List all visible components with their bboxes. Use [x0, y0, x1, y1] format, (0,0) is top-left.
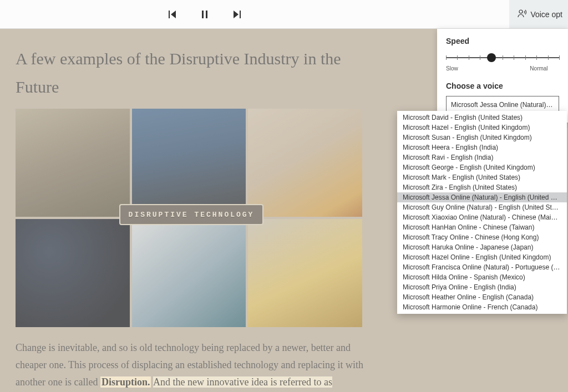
choose-voice-label: Choose a voice: [446, 82, 559, 90]
highlighted-word: Disruption.: [100, 376, 151, 388]
voice-option[interactable]: Microsoft Mark - English (United States): [397, 172, 567, 182]
article-paragraph: Change is inevitable, and so is old tech…: [16, 339, 368, 392]
article-image: [16, 219, 130, 327]
speed-slider-thumb[interactable]: [487, 53, 496, 62]
voice-dropdown[interactable]: Microsoft David - English (United States…: [397, 111, 567, 314]
voice-option[interactable]: Microsoft Guy Online (Natural) - English…: [397, 202, 567, 212]
svg-marker-1: [171, 11, 176, 18]
voice-option[interactable]: Microsoft George - English (United Kingd…: [397, 162, 567, 172]
voice-option[interactable]: Microsoft HanHan Online - Chinese (Taiwa…: [397, 222, 567, 232]
voice-option[interactable]: Microsoft Heera - English (India): [397, 142, 567, 152]
svg-rect-5: [240, 11, 241, 18]
article-image: [132, 109, 246, 217]
svg-rect-2: [202, 11, 204, 18]
voice-option[interactable]: Microsoft David - English (United States…: [397, 113, 567, 123]
reader-toolbar: Voice opt: [0, 0, 568, 29]
previous-button[interactable]: [166, 8, 179, 21]
article-image: [248, 109, 362, 217]
article-image-grid: DISRUPTIVE TECHNOLOGY: [16, 109, 362, 327]
svg-rect-3: [206, 11, 207, 18]
slider-min-label: Slow: [446, 65, 458, 72]
voice-option[interactable]: Microsoft Ravi - English (India): [397, 152, 567, 162]
article-image: [248, 219, 362, 327]
voice-option[interactable]: Microsoft Francisca Online (Natural) - P…: [397, 262, 567, 272]
voice-option[interactable]: Microsoft Zira - English (United States): [397, 182, 567, 192]
voice-options-panel: Speed Slow Normal Choose a voice Microso…: [437, 29, 568, 123]
voice-option[interactable]: Microsoft Priya Online - English (India): [397, 282, 567, 292]
voice-option[interactable]: Microsoft Harmonie Online - French (Cana…: [397, 302, 567, 312]
next-button[interactable]: [231, 8, 243, 21]
voice-option[interactable]: Microsoft Heather Online - English (Cana…: [397, 292, 567, 302]
voice-option[interactable]: Microsoft Susan - English (United Kingdo…: [397, 133, 567, 142]
slider-mid-label: Normal: [530, 65, 547, 72]
voice-option[interactable]: Microsoft Xiaoxiao Online (Natural) - Ch…: [397, 212, 567, 222]
voice-option[interactable]: Microsoft Haruka Online - Japanese (Japa…: [397, 242, 567, 252]
pause-button[interactable]: [199, 8, 211, 21]
voice-option[interactable]: Microsoft Hazel - English (United Kingdo…: [397, 123, 567, 133]
speed-slider-labels: Slow Normal: [446, 65, 548, 72]
voice-option[interactable]: Microsoft Hilda Online - Spanish (Mexico…: [397, 272, 567, 282]
article-image-banner: DISRUPTIVE TECHNOLOGY: [119, 204, 263, 225]
article: A few examples of the Disruptive Industr…: [16, 44, 368, 392]
voice-option[interactable]: Microsoft Jessa Online (Natural) - Engli…: [397, 192, 567, 202]
svg-point-6: [519, 10, 523, 13]
article-image: [16, 109, 130, 217]
voice-option[interactable]: Microsoft Tracy Online - Chinese (Hong K…: [397, 232, 567, 242]
speed-label: Speed: [446, 37, 559, 45]
playback-controls: [166, 8, 243, 21]
voice-icon: [517, 8, 527, 20]
article-heading: A few examples of the Disruptive Industr…: [16, 44, 368, 101]
article-image: [132, 219, 246, 327]
voice-option[interactable]: Microsoft Hazel Online - English (United…: [397, 252, 567, 262]
svg-marker-4: [234, 11, 239, 18]
voice-options-button[interactable]: Voice opt: [509, 0, 568, 28]
voice-options-label: Voice opt: [530, 10, 562, 19]
article-text: And the new innovative idea is referred …: [153, 376, 332, 388]
svg-rect-0: [169, 11, 170, 18]
speed-slider[interactable]: [446, 51, 559, 64]
